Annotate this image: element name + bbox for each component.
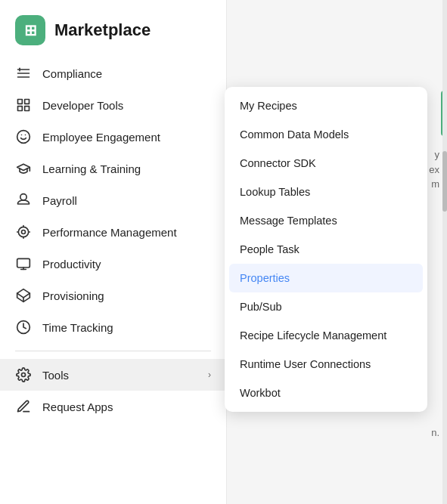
chevron-right-icon: ›: [208, 369, 211, 380]
sidebar-label-employee-engagement: Employee Engagement: [42, 131, 160, 144]
svg-rect-5: [25, 100, 29, 104]
sidebar-item-compliance[interactable]: Compliance: [0, 57, 226, 89]
dropdown-item-connector-sdk[interactable]: Connector SDK: [225, 149, 427, 178]
tools-icon: [15, 366, 32, 383]
nav-list: Compliance Developer Tools Employee Enga…: [0, 57, 226, 343]
dropdown-item-runtime-user[interactable]: Runtime User Connections: [225, 350, 427, 379]
svg-rect-6: [18, 107, 23, 111]
dropdown-item-my-recipes[interactable]: My Recipes: [225, 91, 427, 120]
request-apps-label: Request Apps: [42, 400, 113, 413]
tools-dropdown: My RecipesCommon Data ModelsConnector SD…: [225, 87, 427, 412]
svg-rect-17: [17, 258, 30, 267]
dropdown-item-people-task[interactable]: People Task: [225, 235, 427, 264]
app-title: Marketplace: [54, 20, 151, 40]
svg-point-12: [22, 230, 26, 234]
sidebar-label-learning-training: Learning & Training: [42, 162, 141, 175]
payroll-icon: [15, 192, 32, 209]
sidebar-label-productivity: Productivity: [42, 258, 101, 271]
dropdown-item-common-data-models[interactable]: Common Data Models: [225, 120, 427, 149]
sidebar-label-payroll: Payroll: [42, 194, 77, 207]
dropdown-item-message-templates[interactable]: Message Templates: [225, 206, 427, 235]
sidebar-label-time-tracking: Time Tracking: [42, 321, 113, 334]
learning-training-icon: [15, 160, 32, 177]
sidebar-item-developer-tools[interactable]: Developer Tools: [0, 89, 226, 121]
tools-left: Tools: [15, 366, 69, 383]
scrollbar-thumb[interactable]: [442, 151, 447, 212]
logo-icon: ⊞: [24, 21, 37, 39]
compliance-icon: [15, 65, 32, 82]
svg-point-23: [22, 373, 26, 377]
sidebar-item-payroll[interactable]: Payroll: [0, 184, 226, 216]
sidebar-item-request-apps[interactable]: Request Apps: [0, 391, 226, 422]
sidebar-item-time-tracking[interactable]: Time Tracking: [0, 311, 226, 343]
content-text: yexm: [429, 147, 439, 192]
sidebar-item-employee-engagement[interactable]: Employee Engagement: [0, 121, 226, 153]
sidebar-label-provisioning: Provisioning: [42, 289, 104, 302]
svg-rect-4: [18, 100, 23, 104]
dropdown-item-properties[interactable]: Properties: [229, 264, 423, 292]
scrollbar-track: [442, 0, 447, 504]
sidebar-label-performance-management: Performance Management: [42, 226, 177, 239]
dropdown-item-recipe-lifecycle[interactable]: Recipe Lifecycle Management: [225, 321, 427, 350]
time-tracking-icon: [15, 319, 32, 335]
sidebar-label-compliance: Compliance: [42, 67, 102, 80]
dropdown-item-pub-sub[interactable]: Pub/Sub: [225, 292, 427, 321]
svg-rect-7: [25, 107, 29, 111]
app-header: ⊞ Marketplace: [0, 8, 226, 57]
app-logo: ⊞: [15, 15, 45, 45]
performance-management-icon: [15, 224, 32, 240]
sidebar: ⊞ Marketplace Compliance Developer Tools…: [0, 0, 227, 504]
svg-point-11: [18, 227, 28, 237]
productivity-icon: [15, 255, 32, 272]
sidebar-item-productivity[interactable]: Productivity: [0, 248, 226, 280]
dropdown-item-workbot[interactable]: Workbot: [225, 379, 427, 407]
sidebar-item-performance-management[interactable]: Performance Management: [0, 216, 226, 248]
svg-point-8: [17, 131, 30, 144]
sidebar-item-tools[interactable]: Tools ›: [0, 359, 226, 391]
sidebar-label-developer-tools: Developer Tools: [42, 99, 123, 112]
sidebar-item-learning-training[interactable]: Learning & Training: [0, 153, 226, 184]
request-apps-icon: [15, 398, 32, 415]
dropdown-item-lookup-tables[interactable]: Lookup Tables: [225, 178, 427, 206]
provisioning-icon: [15, 287, 32, 304]
employee-engagement-icon: [15, 128, 32, 145]
nav-divider: [15, 351, 211, 351]
sidebar-item-provisioning[interactable]: Provisioning: [0, 280, 226, 311]
content-text2: n.: [431, 427, 439, 438]
tools-label: Tools: [42, 369, 69, 382]
developer-tools-icon: [15, 97, 32, 113]
